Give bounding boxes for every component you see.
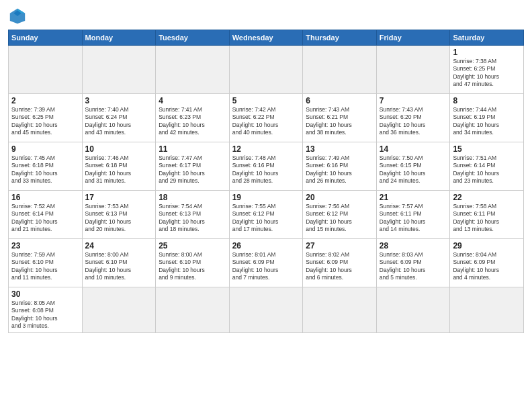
- day-info: Sunrise: 7:51 AM Sunset: 6:14 PM Dayligh…: [453, 154, 521, 185]
- day-info: Sunrise: 8:00 AM Sunset: 6:10 PM Dayligh…: [85, 251, 153, 282]
- week-row-4: 16Sunrise: 7:52 AM Sunset: 6:14 PM Dayli…: [9, 191, 524, 239]
- day-info: Sunrise: 7:38 AM Sunset: 6:25 PM Dayligh…: [453, 58, 521, 89]
- day-number: 22: [453, 193, 521, 202]
- calendar-cell: 25Sunrise: 8:00 AM Sunset: 6:10 PM Dayli…: [156, 239, 230, 287]
- calendar-cell: 12Sunrise: 7:48 AM Sunset: 6:16 PM Dayli…: [229, 142, 303, 191]
- day-info: Sunrise: 7:47 AM Sunset: 6:17 PM Dayligh…: [159, 154, 226, 185]
- calendar-header: SundayMondayTuesdayWednesdayThursdayFrid…: [9, 30, 524, 46]
- week-row-1: 1Sunrise: 7:38 AM Sunset: 6:25 PM Daylig…: [9, 46, 524, 94]
- day-number: 11: [159, 144, 226, 154]
- days-of-week-row: SundayMondayTuesdayWednesdayThursdayFrid…: [9, 30, 524, 46]
- calendar-cell: [376, 46, 450, 94]
- day-info: Sunrise: 7:56 AM Sunset: 6:12 PM Dayligh…: [306, 203, 373, 234]
- day-number: 5: [232, 96, 300, 105]
- calendar-cell: [376, 287, 450, 333]
- day-number: 13: [306, 144, 373, 154]
- calendar-cell: [156, 287, 230, 333]
- day-number: 28: [380, 241, 447, 250]
- day-info: Sunrise: 8:01 AM Sunset: 6:09 PM Dayligh…: [232, 251, 300, 282]
- day-header-tuesday: Tuesday: [156, 30, 230, 46]
- calendar-cell: [229, 287, 303, 333]
- calendar: SundayMondayTuesdayWednesdayThursdayFrid…: [8, 30, 524, 333]
- calendar-cell: 28Sunrise: 8:03 AM Sunset: 6:09 PM Dayli…: [376, 239, 450, 287]
- day-header-sunday: Sunday: [9, 30, 83, 46]
- day-number: 26: [232, 241, 300, 250]
- calendar-cell: 30Sunrise: 8:05 AM Sunset: 6:08 PM Dayli…: [9, 287, 83, 333]
- calendar-cell: 15Sunrise: 7:51 AM Sunset: 6:14 PM Dayli…: [450, 142, 524, 191]
- week-row-2: 2Sunrise: 7:39 AM Sunset: 6:25 PM Daylig…: [9, 94, 524, 142]
- day-header-saturday: Saturday: [450, 30, 524, 46]
- day-info: Sunrise: 7:57 AM Sunset: 6:11 PM Dayligh…: [380, 203, 447, 234]
- day-number: 21: [380, 193, 447, 202]
- day-info: Sunrise: 7:52 AM Sunset: 6:14 PM Dayligh…: [11, 203, 79, 234]
- logo-icon: [8, 7, 27, 26]
- day-info: Sunrise: 8:05 AM Sunset: 6:08 PM Dayligh…: [11, 300, 79, 330]
- calendar-cell: 23Sunrise: 7:59 AM Sunset: 6:10 PM Dayli…: [9, 239, 83, 287]
- logo: [8, 7, 30, 26]
- day-number: 3: [85, 96, 153, 105]
- day-info: Sunrise: 7:45 AM Sunset: 6:18 PM Dayligh…: [11, 154, 79, 185]
- day-info: Sunrise: 7:55 AM Sunset: 6:12 PM Dayligh…: [232, 203, 300, 234]
- day-number: 17: [85, 193, 153, 202]
- day-number: 25: [159, 241, 226, 250]
- day-info: Sunrise: 7:53 AM Sunset: 6:13 PM Dayligh…: [85, 203, 153, 234]
- day-info: Sunrise: 7:44 AM Sunset: 6:19 PM Dayligh…: [453, 106, 521, 137]
- calendar-cell: 9Sunrise: 7:45 AM Sunset: 6:18 PM Daylig…: [9, 142, 83, 191]
- week-row-5: 23Sunrise: 7:59 AM Sunset: 6:10 PM Dayli…: [9, 239, 524, 287]
- day-number: 20: [306, 193, 373, 202]
- calendar-cell: 2Sunrise: 7:39 AM Sunset: 6:25 PM Daylig…: [9, 94, 83, 142]
- day-header-thursday: Thursday: [303, 30, 377, 46]
- page: SundayMondayTuesdayWednesdayThursdayFrid…: [0, 0, 532, 411]
- calendar-cell: 29Sunrise: 8:04 AM Sunset: 6:09 PM Dayli…: [450, 239, 524, 287]
- calendar-cell: 16Sunrise: 7:52 AM Sunset: 6:14 PM Dayli…: [9, 191, 83, 239]
- day-number: 16: [11, 193, 79, 202]
- day-header-friday: Friday: [376, 30, 450, 46]
- day-number: 24: [85, 241, 153, 250]
- calendar-cell: [82, 46, 156, 94]
- day-number: 10: [85, 144, 153, 154]
- header: [8, 7, 524, 26]
- day-number: 14: [380, 144, 447, 154]
- day-info: Sunrise: 7:43 AM Sunset: 6:21 PM Dayligh…: [306, 106, 373, 137]
- calendar-cell: 22Sunrise: 7:58 AM Sunset: 6:11 PM Dayli…: [450, 191, 524, 239]
- day-info: Sunrise: 8:04 AM Sunset: 6:09 PM Dayligh…: [453, 251, 521, 282]
- day-info: Sunrise: 7:41 AM Sunset: 6:23 PM Dayligh…: [159, 106, 226, 137]
- week-row-6: 30Sunrise: 8:05 AM Sunset: 6:08 PM Dayli…: [9, 287, 524, 333]
- calendar-cell: [156, 46, 230, 94]
- calendar-cell: 18Sunrise: 7:54 AM Sunset: 6:13 PM Dayli…: [156, 191, 230, 239]
- week-row-3: 9Sunrise: 7:45 AM Sunset: 6:18 PM Daylig…: [9, 142, 524, 191]
- calendar-cell: 14Sunrise: 7:50 AM Sunset: 6:15 PM Dayli…: [376, 142, 450, 191]
- day-number: 23: [11, 241, 79, 250]
- day-number: 12: [232, 144, 300, 154]
- calendar-cell: [450, 287, 524, 333]
- day-info: Sunrise: 7:54 AM Sunset: 6:13 PM Dayligh…: [159, 203, 226, 234]
- day-info: Sunrise: 7:46 AM Sunset: 6:18 PM Dayligh…: [85, 154, 153, 185]
- calendar-body: 1Sunrise: 7:38 AM Sunset: 6:25 PM Daylig…: [9, 46, 524, 333]
- day-header-wednesday: Wednesday: [229, 30, 303, 46]
- calendar-cell: 3Sunrise: 7:40 AM Sunset: 6:24 PM Daylig…: [82, 94, 156, 142]
- day-number: 2: [11, 96, 79, 105]
- calendar-cell: [303, 287, 377, 333]
- day-info: Sunrise: 8:02 AM Sunset: 6:09 PM Dayligh…: [306, 251, 373, 282]
- calendar-cell: [303, 46, 377, 94]
- calendar-cell: 4Sunrise: 7:41 AM Sunset: 6:23 PM Daylig…: [156, 94, 230, 142]
- day-info: Sunrise: 7:42 AM Sunset: 6:22 PM Dayligh…: [232, 106, 300, 137]
- day-number: 27: [306, 241, 373, 250]
- day-number: 8: [453, 96, 521, 105]
- day-header-monday: Monday: [82, 30, 156, 46]
- calendar-cell: 17Sunrise: 7:53 AM Sunset: 6:13 PM Dayli…: [82, 191, 156, 239]
- calendar-cell: 24Sunrise: 8:00 AM Sunset: 6:10 PM Dayli…: [82, 239, 156, 287]
- calendar-cell: 1Sunrise: 7:38 AM Sunset: 6:25 PM Daylig…: [450, 46, 524, 94]
- calendar-cell: 6Sunrise: 7:43 AM Sunset: 6:21 PM Daylig…: [303, 94, 377, 142]
- day-info: Sunrise: 7:50 AM Sunset: 6:15 PM Dayligh…: [380, 154, 447, 185]
- day-info: Sunrise: 7:43 AM Sunset: 6:20 PM Dayligh…: [380, 106, 447, 137]
- day-info: Sunrise: 7:48 AM Sunset: 6:16 PM Dayligh…: [232, 154, 300, 185]
- day-number: 18: [159, 193, 226, 202]
- day-info: Sunrise: 8:03 AM Sunset: 6:09 PM Dayligh…: [380, 251, 447, 282]
- calendar-cell: 20Sunrise: 7:56 AM Sunset: 6:12 PM Dayli…: [303, 191, 377, 239]
- day-info: Sunrise: 7:40 AM Sunset: 6:24 PM Dayligh…: [85, 106, 153, 137]
- day-number: 19: [232, 193, 300, 202]
- day-number: 1: [453, 48, 521, 57]
- calendar-cell: 26Sunrise: 8:01 AM Sunset: 6:09 PM Dayli…: [229, 239, 303, 287]
- calendar-cell: 5Sunrise: 7:42 AM Sunset: 6:22 PM Daylig…: [229, 94, 303, 142]
